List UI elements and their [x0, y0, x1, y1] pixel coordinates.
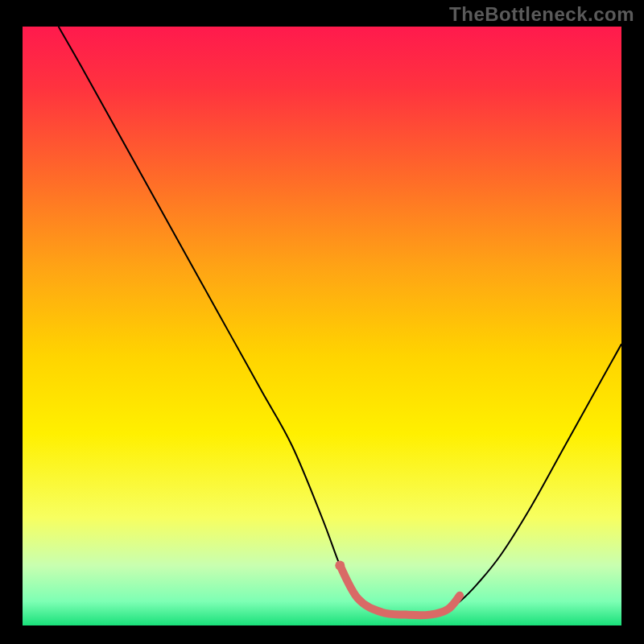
plot-area — [23, 27, 621, 625]
marker-optimal-dot — [335, 561, 345, 571]
watermark-text: TheBottleneck.com — [449, 3, 634, 26]
gradient-background — [23, 27, 621, 625]
chart-svg — [23, 27, 621, 625]
chart-frame: TheBottleneck.com — [0, 0, 644, 644]
